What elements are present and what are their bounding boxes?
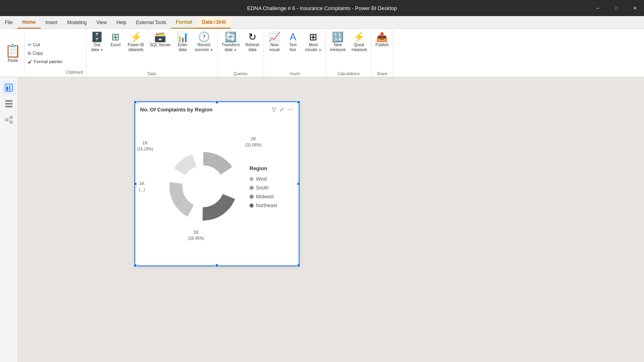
visual-card[interactable]: No. Of Complaints by Region ▽ ⤢ ⋯ 2K(31.… — [134, 101, 299, 266]
resize-handle-mr[interactable] — [297, 182, 300, 185]
svg-rect-2 — [9, 85, 10, 90]
text-box-button[interactable]: A Textbox — [284, 31, 302, 54]
resize-handle-tr[interactable] — [297, 101, 300, 104]
legend-dot-northeast — [250, 204, 254, 208]
svg-point-11 — [182, 165, 224, 207]
svg-line-9 — [8, 118, 10, 120]
menu-modeling[interactable]: Modeling — [62, 16, 92, 29]
enter-data-button[interactable]: 📊 Enterdata — [174, 31, 192, 54]
share-label: Share — [373, 72, 391, 77]
recent-sources-button[interactable]: 🕐 Recentsources ▼ — [192, 31, 216, 54]
insert-label: Insert — [266, 72, 324, 77]
paste-button[interactable]: 📋 Paste — [2, 31, 25, 75]
recent-sources-icon: 🕐 — [198, 32, 210, 42]
cut-button[interactable]: ✂ Cut — [26, 41, 64, 48]
label-south: 1K(16.19%) — [137, 140, 153, 152]
publish-icon: 📤 — [376, 32, 388, 42]
visual-title: No. Of Complaints by Region — [140, 107, 269, 113]
menu-format[interactable]: Format — [171, 16, 197, 29]
legend-dot-south — [250, 186, 254, 190]
menu-data-drill[interactable]: Data / Drill — [197, 16, 231, 29]
label-midwest: 1K(...) — [139, 181, 145, 193]
focus-icon[interactable]: ⤢ — [279, 105, 285, 113]
ribbon: 📋 Paste ✂ Cut ⧉ Copy 🖌 Format painter Cl… — [0, 29, 644, 77]
menu-view[interactable]: View — [91, 16, 111, 29]
cut-icon: ✂ — [28, 42, 31, 47]
sidebar-item-data[interactable] — [2, 97, 16, 111]
filter-icon[interactable]: ▽ — [271, 105, 277, 113]
enter-data-icon: 📊 — [177, 32, 189, 42]
more-options-icon[interactable]: ⋯ — [287, 105, 294, 113]
queries-label: Queries — [219, 72, 262, 77]
sql-server-button[interactable]: 🗃️ SQL Server — [147, 31, 173, 49]
quick-measure-button[interactable]: ⚡ Quickmeasure — [349, 31, 369, 54]
legend-item-midwest: Midwest — [250, 194, 277, 200]
resize-handle-br[interactable] — [297, 264, 300, 267]
resize-handle-bm[interactable] — [215, 264, 219, 267]
sql-label: SQL Server — [150, 43, 171, 47]
new-visual-icon: 📈 — [268, 32, 281, 42]
calculations-buttons: 🔢 Newmeasure ⚡ Quickmeasure — [328, 31, 369, 72]
get-data-icon: 🗄️ — [91, 32, 103, 42]
close-button[interactable]: ✕ — [625, 0, 644, 16]
cut-label: Cut — [33, 42, 40, 47]
canvas[interactable]: No. Of Complaints by Region ▽ ⤢ ⋯ 2K(31.… — [18, 77, 644, 362]
resize-handle-tm[interactable] — [215, 101, 219, 104]
refresh-data-button[interactable]: ↻ Refreshdata — [243, 31, 262, 54]
quick-measure-icon: ⚡ — [353, 32, 365, 42]
resize-handle-ml[interactable] — [134, 182, 137, 185]
transform-data-button[interactable]: 🔄 Transformdata ▼ — [219, 31, 242, 54]
legend-item-south: South — [250, 185, 277, 191]
power-bi-datasets-button[interactable]: ⚡ Power BIdatasets — [125, 31, 147, 54]
copy-button[interactable]: ⧉ Copy — [26, 50, 64, 57]
menu-help[interactable]: Help — [111, 16, 131, 29]
paste-label: Paste — [8, 58, 18, 63]
legend-label-west: West — [256, 176, 267, 182]
more-visuals-button[interactable]: ⊞ Morevisuals ▼ — [303, 31, 324, 54]
calculations-label: Calculations — [328, 72, 369, 77]
svg-point-8 — [10, 121, 12, 123]
visual-card-header: No. Of Complaints by Region ▽ ⤢ ⋯ — [135, 102, 299, 115]
left-sidebar — [0, 77, 18, 362]
get-data-button[interactable]: 🗄️ Getdata ▼ — [88, 31, 106, 54]
menu-home[interactable]: Home — [17, 16, 40, 29]
chart-area: 2K(31.06%) 1K(16.19%) 1K(...) 1K(26.45%) — [135, 115, 299, 258]
minimize-button[interactable]: ─ — [588, 0, 607, 16]
excel-icon: ⊞ — [111, 32, 120, 42]
insert-buttons: 📈 Newvisual A Textbox ⊞ Morevisuals ▼ — [266, 31, 324, 72]
new-measure-button[interactable]: 🔢 Newmeasure — [328, 31, 348, 54]
new-visual-button[interactable]: 📈 Newvisual — [266, 31, 283, 54]
format-painter-label: Format painter — [34, 59, 63, 64]
title-bar: EDNA Challenge # 6 - Insurance Complaint… — [0, 0, 644, 16]
excel-button[interactable]: ⊞ Excel — [107, 31, 124, 49]
sql-server-icon: 🗃️ — [154, 32, 166, 42]
visual-header-icons: ▽ ⤢ ⋯ — [271, 105, 294, 113]
svg-rect-5 — [5, 106, 12, 107]
menu-external-tools[interactable]: External Tools — [131, 16, 171, 29]
format-painter-button[interactable]: 🖌 Format painter — [26, 58, 64, 65]
menu-insert[interactable]: Insert — [41, 16, 62, 29]
menu-file[interactable]: File — [0, 16, 17, 29]
refresh-icon: ↻ — [248, 32, 256, 42]
resize-handle-bl[interactable] — [134, 264, 137, 267]
format-painter-icon: 🖌 — [28, 59, 32, 64]
transform-icon: 🔄 — [225, 32, 237, 42]
share-buttons: 📤 Publish — [373, 31, 391, 72]
svg-rect-4 — [5, 103, 12, 105]
sidebar-item-report[interactable] — [2, 80, 16, 95]
report-icon — [4, 83, 13, 92]
sidebar-item-model[interactable] — [2, 113, 16, 127]
copy-label: Copy — [33, 51, 43, 56]
share-section: 📤 Publish Share — [372, 29, 393, 77]
queries-section: 🔄 Transformdata ▼ ↻ Refreshdata Queries — [218, 29, 264, 77]
insert-section: 📈 Newvisual A Textbox ⊞ Morevisuals ▼ In… — [264, 29, 326, 77]
queries-buttons: 🔄 Transformdata ▼ ↻ Refreshdata — [219, 31, 262, 72]
publish-button[interactable]: 📤 Publish — [373, 31, 391, 49]
maximize-button[interactable]: □ — [607, 0, 625, 16]
data-section: 🗄️ Getdata ▼ ⊞ Excel ⚡ Power BIdatasets … — [87, 29, 217, 77]
resize-handle-tl[interactable] — [134, 101, 137, 104]
main-layout: No. Of Complaints by Region ▽ ⤢ ⋯ 2K(31.… — [0, 77, 644, 362]
paste-icon: 📋 — [5, 43, 21, 58]
publish-label: Publish — [376, 43, 389, 47]
data-label: Data — [88, 72, 215, 77]
